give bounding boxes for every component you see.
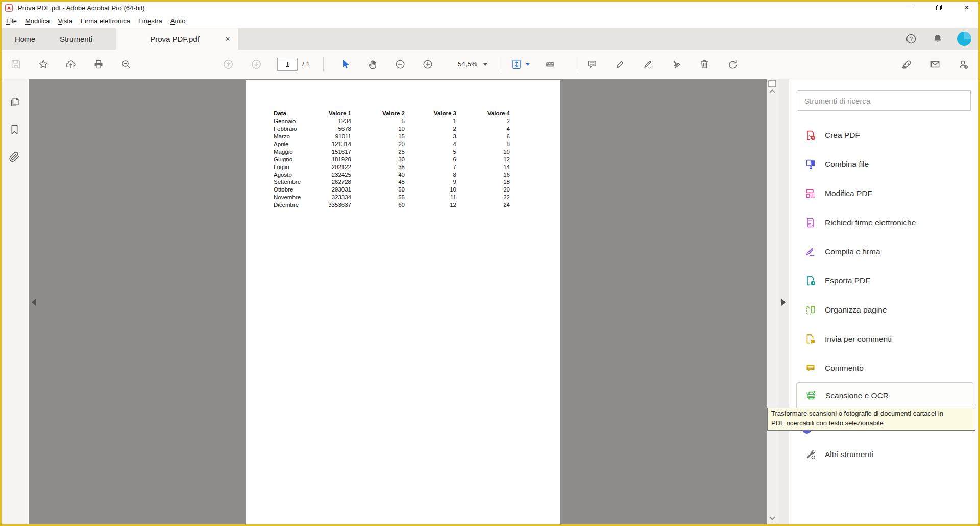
menu-bar: FileModificaVistaFirma elettronicaFinest… <box>2 14 978 28</box>
fill-sign-icon <box>804 246 817 258</box>
tools-search-input[interactable] <box>798 90 971 111</box>
invite-person-icon[interactable] <box>956 57 970 71</box>
menu-vista[interactable]: Vista <box>54 17 77 25</box>
page-total-label: / 1 <box>302 60 310 68</box>
menu-finestra[interactable]: Finestra <box>134 17 166 25</box>
collapse-right-pane-icon[interactable] <box>781 298 786 306</box>
comment-bubble-icon <box>804 362 817 374</box>
request-signatures-icon <box>804 217 817 229</box>
tool-item-commento[interactable]: Commento <box>789 353 978 382</box>
document-canvas: DataValore 1Valore 2Valore 3Valore 4Genn… <box>29 79 767 524</box>
tab-document[interactable]: Prova PDF.pdf ✕ <box>116 28 238 50</box>
menu-modifica[interactable]: Modifica <box>21 17 54 25</box>
combine-files-icon <box>804 158 817 171</box>
create-pdf-icon <box>804 129 817 141</box>
vertical-scrollbar[interactable] <box>767 79 777 524</box>
table-row: Febbraio56781024 <box>274 125 510 133</box>
tab-document-label: Prova PDF.pdf <box>116 35 222 43</box>
menu-firma-elettronica[interactable]: Firma elettronica <box>77 17 134 25</box>
table-row: Dicembre3353637601224 <box>274 201 510 209</box>
delete-pages-icon[interactable] <box>697 57 712 71</box>
account-avatar[interactable] <box>957 32 971 46</box>
share-cloud-icon[interactable] <box>64 57 78 71</box>
edit-pdf-icon <box>804 187 817 200</box>
tool-item-label: Combina file <box>825 160 869 169</box>
restore-button[interactable] <box>933 3 944 13</box>
tool-item-label: Organizza pagine <box>825 305 887 315</box>
save-icon[interactable] <box>9 57 23 71</box>
tab-strumenti[interactable]: Strumenti <box>51 28 102 50</box>
table-header-row: DataValore 1Valore 2Valore 3Valore 4 <box>274 110 510 117</box>
share-link-icon[interactable] <box>900 57 914 71</box>
scan-ocr-tooltip: Trasformare scansioni o fotografie di do… <box>767 408 975 431</box>
acrobat-window: Prova PDF.pdf - Adobe Acrobat Pro (64-bi… <box>0 0 980 526</box>
tool-item-crea-pdf[interactable]: Crea PDF <box>789 121 978 150</box>
tool-item-label: Scansione e OCR <box>825 391 889 400</box>
star-favorites-icon[interactable] <box>36 57 51 71</box>
table-row: Maggio15161725510 <box>274 148 510 155</box>
fill-sign-pen-icon[interactable] <box>641 57 655 71</box>
quick-toolbar: / 1 54,5% <box>2 50 978 79</box>
attachments-icon[interactable] <box>8 150 22 164</box>
page-number-input[interactable] <box>277 58 298 71</box>
help-icon[interactable]: ? <box>904 32 918 46</box>
tool-item-modifica-pdf[interactable]: Modifica PDF <box>789 179 978 208</box>
bookmarks-icon[interactable] <box>8 122 22 136</box>
menu-file[interactable]: File <box>2 17 21 25</box>
minimize-button[interactable] <box>904 3 915 13</box>
hand-tool-icon[interactable] <box>365 57 380 71</box>
notifications-bell-icon[interactable] <box>930 32 945 46</box>
send-email-icon[interactable] <box>928 57 942 71</box>
fit-page-icon[interactable] <box>509 57 524 71</box>
zoom-dropdown-caret-icon[interactable] <box>483 63 487 66</box>
fit-dropdown-caret-icon[interactable] <box>526 63 530 66</box>
previous-page-icon[interactable] <box>221 57 235 71</box>
next-page-icon[interactable] <box>249 57 263 71</box>
table-row: Agosto23242540816 <box>274 171 510 178</box>
scroll-down-icon[interactable] <box>769 514 775 520</box>
pdf-page[interactable]: DataValore 1Valore 2Valore 3Valore 4Genn… <box>246 80 560 526</box>
window-title: Prova PDF.pdf - Adobe Acrobat Pro (64-bi… <box>18 4 145 12</box>
zoom-in-icon[interactable] <box>421 57 435 71</box>
highlight-text-icon[interactable] <box>613 57 627 71</box>
search-icon[interactable] <box>119 57 133 71</box>
close-button[interactable]: × <box>961 3 972 13</box>
workspace: DataValore 1Valore 2Valore 3Valore 4Genn… <box>2 79 978 524</box>
rotate-pages-icon[interactable] <box>725 57 740 71</box>
tab-home[interactable]: Home <box>5 28 45 50</box>
table-row: Luglio20212235714 <box>274 163 510 171</box>
zoom-out-icon[interactable] <box>393 57 407 71</box>
tool-item-invia-per-commenti[interactable]: Invia per commenti <box>789 324 978 353</box>
tool-item-compila-e-firma[interactable]: Compila e firma <box>789 237 978 266</box>
more-tools-icon <box>804 448 817 461</box>
tool-item-esporta-pdf[interactable]: Esporta PDF <box>789 266 978 295</box>
tool-item-label: Commento <box>825 364 864 373</box>
scrolling-mode-icon[interactable] <box>543 57 557 71</box>
table-row: Gennaio1234512 <box>274 117 510 125</box>
page-thumbnails-icon[interactable] <box>8 94 22 109</box>
export-pdf-icon <box>804 275 817 287</box>
tool-item-richiedi-firme-elettroniche[interactable]: Richiedi firme elettroniche <box>789 208 978 237</box>
add-comment-icon[interactable] <box>585 57 599 71</box>
table-row: Marzo910111536 <box>274 133 510 140</box>
print-icon[interactable] <box>91 57 106 71</box>
select-tool-icon[interactable] <box>338 57 352 71</box>
tool-item-organizza-pagine[interactable]: Organizza pagine <box>789 295 978 324</box>
tab-close-icon[interactable]: ✕ <box>222 33 234 45</box>
table-row: Novembre323334551122 <box>274 194 510 201</box>
scrollbar-thumb[interactable] <box>768 80 776 87</box>
tool-item-altri-strumenti[interactable]: Altri strumenti <box>789 440 978 469</box>
menu-aiuto[interactable]: Aiuto <box>166 17 190 25</box>
panel-gutter <box>777 79 789 524</box>
tools-list: Crea PDFCombina fileModifica PDFRichiedi… <box>789 121 978 409</box>
zoom-level-value[interactable]: 54,5% <box>445 60 477 68</box>
scroll-up-icon[interactable] <box>769 89 775 95</box>
pdf-data-table: DataValore 1Valore 2Valore 3Valore 4Genn… <box>274 110 510 209</box>
tool-item-label: Esporta PDF <box>825 276 870 285</box>
collapse-left-pane-icon[interactable] <box>32 298 36 306</box>
tool-item-label: Modifica PDF <box>825 189 872 198</box>
tool-item-combina-file[interactable]: Combina file <box>789 150 978 179</box>
stamp-icon[interactable] <box>669 57 683 71</box>
tab-bar: Home Strumenti Prova PDF.pdf ✕ ? <box>2 28 978 50</box>
tool-item-scansione-e-ocr[interactable]: Scansione e OCR <box>796 382 973 409</box>
